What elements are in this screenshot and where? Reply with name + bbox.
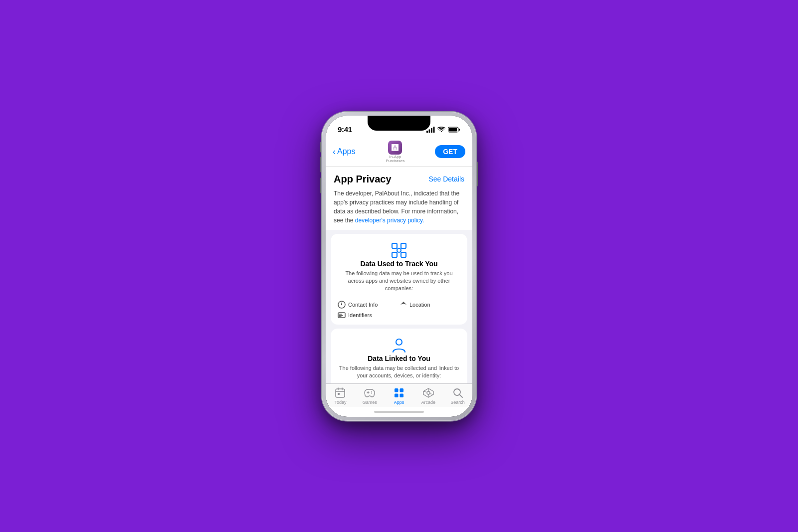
phone-screen-container: 9:41 <box>326 116 472 417</box>
svg-point-19 <box>396 339 402 345</box>
tab-games-label: Games <box>363 400 377 405</box>
home-bar <box>374 411 424 413</box>
identifiers-label: Identifiers <box>348 312 372 318</box>
home-indicator <box>326 407 472 417</box>
tab-arcade-label: Arcade <box>421 400 436 405</box>
status-time: 9:41 <box>338 125 352 134</box>
svg-rect-2 <box>431 128 432 133</box>
linked-you-card: Data Linked to You The following data ma… <box>331 329 467 383</box>
identifiers-icon <box>338 312 346 319</box>
apps-icon <box>393 387 405 399</box>
svg-line-50 <box>423 391 427 392</box>
location-label: Location <box>409 302 430 308</box>
svg-point-41 <box>371 391 372 392</box>
back-button[interactable]: ‹ Apps <box>333 147 355 156</box>
wifi-icon <box>437 127 445 133</box>
in-app-label: In-AppPurchases <box>386 155 404 163</box>
linked-icon <box>390 336 408 355</box>
contact-info-label: Contact Info <box>348 302 378 308</box>
tab-apps[interactable]: Apps <box>385 387 414 405</box>
track-item-identifiers: Identifiers <box>338 312 398 319</box>
svg-rect-38 <box>338 393 340 395</box>
notch <box>368 116 430 131</box>
svg-line-53 <box>459 394 462 397</box>
tab-games[interactable]: Games <box>355 387 385 405</box>
svg-rect-1 <box>429 129 430 133</box>
svg-rect-9 <box>392 252 397 257</box>
app-icon-inner: 🅰 <box>392 144 399 152</box>
tab-apps-label: Apps <box>394 400 404 405</box>
svg-rect-3 <box>433 127 435 133</box>
track-items-grid: Contact Info Location <box>338 301 460 319</box>
tab-today-label: Today <box>334 400 346 405</box>
privacy-header: App Privacy See Details <box>334 174 464 185</box>
content-area: App Privacy See Details The developer, P… <box>326 167 472 383</box>
svg-rect-7 <box>392 243 397 248</box>
linked-card-title: Data Linked to You <box>368 355 430 362</box>
track-icon <box>390 241 408 260</box>
tab-arcade[interactable]: Arcade <box>413 387 443 405</box>
power-button <box>476 162 478 186</box>
svg-rect-46 <box>399 393 403 397</box>
location-icon <box>400 301 407 308</box>
svg-point-47 <box>427 391 430 394</box>
svg-rect-8 <box>401 243 406 248</box>
phone-device: 9:41 <box>322 112 476 421</box>
svg-rect-43 <box>395 388 399 392</box>
privacy-section: App Privacy See Details The developer, P… <box>326 167 472 230</box>
tab-bar: Today Games <box>326 383 472 407</box>
track-card-header: Data Used to Track You The following dat… <box>338 241 460 297</box>
app-icon: 🅰 <box>388 141 402 155</box>
status-icons <box>426 127 460 133</box>
svg-rect-0 <box>426 131 428 133</box>
privacy-title: App Privacy <box>334 174 392 185</box>
arcade-icon <box>422 387 434 399</box>
screen: 9:41 <box>326 116 472 417</box>
contact-info-icon <box>338 301 346 309</box>
svg-rect-6 <box>449 128 457 131</box>
svg-point-42 <box>371 392 372 393</box>
see-details-link[interactable]: See Details <box>428 175 464 183</box>
tab-search[interactable]: Search <box>443 387 472 405</box>
svg-rect-10 <box>401 252 406 257</box>
svg-rect-34 <box>336 389 345 397</box>
nav-bar: ‹ Apps 🅰 In-AppPurchases GET <box>326 138 472 167</box>
battery-icon <box>448 127 460 133</box>
track-item-contact: Contact Info <box>338 301 398 309</box>
back-label: Apps <box>337 147 355 156</box>
today-icon <box>334 387 346 399</box>
svg-line-51 <box>429 393 433 394</box>
tab-today[interactable]: Today <box>326 387 355 405</box>
svg-rect-5 <box>459 129 460 131</box>
track-card-desc: The following data may be used to track … <box>338 270 460 293</box>
linked-card-desc: The following data may be collected and … <box>338 364 460 380</box>
back-arrow-icon: ‹ <box>333 147 336 156</box>
status-bar: 9:41 <box>326 116 472 138</box>
privacy-policy-link[interactable]: developer's privacy policy. <box>355 217 424 224</box>
cards-area: Data Used to Track You The following dat… <box>326 230 472 383</box>
svg-point-11 <box>397 248 401 252</box>
get-button[interactable]: GET <box>435 145 465 158</box>
nav-center-area: 🅰 In-AppPurchases <box>386 141 404 163</box>
tab-search-label: Search <box>450 400 465 405</box>
svg-rect-44 <box>399 388 403 392</box>
search-icon <box>452 387 464 399</box>
track-card-title: Data Used to Track You <box>360 260 437 268</box>
svg-rect-45 <box>395 393 399 397</box>
privacy-description: The developer, PalAbout Inc., indicated … <box>334 189 464 225</box>
linked-card-header: Data Linked to You The following data ma… <box>338 336 460 383</box>
track-item-location: Location <box>400 301 460 309</box>
track-you-card: Data Used to Track You The following dat… <box>331 234 467 325</box>
games-icon <box>364 387 376 399</box>
